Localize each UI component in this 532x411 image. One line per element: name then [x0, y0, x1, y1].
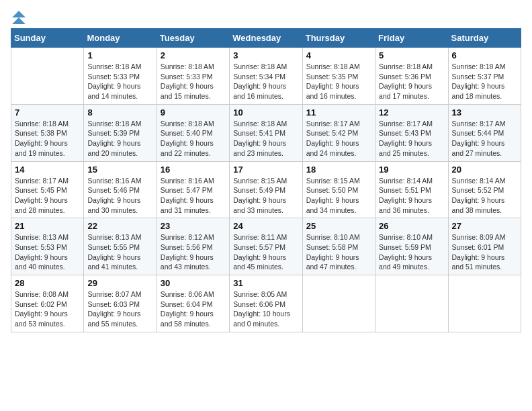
calendar-cell: 22Sunrise: 8:13 AMSunset: 5:55 PMDayligh… [84, 218, 157, 275]
day-number: 6 [452, 50, 517, 60]
day-number: 13 [452, 107, 517, 118]
day-info: Sunrise: 8:10 AMSunset: 5:59 PMDaylight:… [379, 232, 444, 272]
day-number: 8 [87, 107, 152, 118]
day-info: Sunrise: 8:14 AMSunset: 5:52 PMDaylight:… [452, 176, 517, 216]
calendar-cell: 2Sunrise: 8:18 AMSunset: 5:33 PMDaylight… [157, 48, 229, 105]
calendar-cell: 25Sunrise: 8:10 AMSunset: 5:58 PMDayligh… [302, 218, 375, 275]
day-info: Sunrise: 8:07 AMSunset: 6:03 PMDaylight:… [87, 289, 152, 329]
day-info: Sunrise: 8:10 AMSunset: 5:58 PMDaylight:… [306, 232, 371, 272]
day-number: 26 [379, 221, 444, 231]
day-number: 25 [306, 221, 371, 231]
calendar-cell: 30Sunrise: 8:06 AMSunset: 6:04 PMDayligh… [157, 275, 229, 332]
calendar-header-row: SundayMondayTuesdayWednesdayThursdayFrid… [11, 29, 521, 48]
day-info: Sunrise: 8:12 AMSunset: 5:56 PMDaylight:… [161, 232, 226, 272]
calendar-cell: 29Sunrise: 8:07 AMSunset: 6:03 PMDayligh… [84, 275, 157, 332]
day-number: 24 [233, 221, 298, 231]
day-info: Sunrise: 8:18 AMSunset: 5:35 PMDaylight:… [306, 62, 371, 101]
day-info: Sunrise: 8:11 AMSunset: 5:57 PMDaylight:… [233, 232, 298, 272]
day-number: 31 [233, 278, 298, 288]
day-number: 30 [161, 278, 226, 288]
calendar-cell: 19Sunrise: 8:14 AMSunset: 5:51 PMDayligh… [375, 161, 448, 218]
logo-arrow-icon [12, 11, 26, 24]
calendar-cell: 5Sunrise: 8:18 AMSunset: 5:36 PMDaylight… [375, 48, 448, 105]
calendar-cell: 8Sunrise: 8:18 AMSunset: 5:39 PMDaylight… [84, 104, 157, 161]
day-info: Sunrise: 8:18 AMSunset: 5:36 PMDaylight:… [379, 62, 444, 101]
day-info: Sunrise: 8:17 AMSunset: 5:43 PMDaylight:… [379, 119, 444, 158]
day-number: 22 [87, 221, 152, 231]
calendar-cell: 15Sunrise: 8:16 AMSunset: 5:46 PMDayligh… [84, 161, 157, 218]
day-info: Sunrise: 8:18 AMSunset: 5:38 PMDaylight:… [15, 119, 80, 158]
day-number: 19 [379, 165, 444, 175]
day-number: 2 [161, 50, 226, 60]
day-info: Sunrise: 8:18 AMSunset: 5:33 PMDaylight:… [87, 62, 152, 101]
calendar-table: SundayMondayTuesdayWednesdayThursdayFrid… [11, 28, 521, 332]
calendar-cell: 10Sunrise: 8:18 AMSunset: 5:41 PMDayligh… [230, 104, 302, 161]
day-info: Sunrise: 8:18 AMSunset: 5:39 PMDaylight:… [87, 119, 152, 158]
day-number: 20 [452, 165, 517, 175]
calendar-cell: 11Sunrise: 8:17 AMSunset: 5:42 PMDayligh… [302, 104, 375, 161]
calendar-body: 1Sunrise: 8:18 AMSunset: 5:33 PMDaylight… [11, 48, 521, 332]
calendar-cell: 6Sunrise: 8:18 AMSunset: 5:37 PMDaylight… [448, 48, 521, 105]
calendar-header-friday: Friday [375, 29, 448, 48]
day-info: Sunrise: 8:05 AMSunset: 6:06 PMDaylight:… [233, 289, 298, 329]
calendar-cell: 9Sunrise: 8:18 AMSunset: 5:40 PMDaylight… [157, 104, 229, 161]
calendar-week-3: 14Sunrise: 8:17 AMSunset: 5:45 PMDayligh… [11, 161, 521, 218]
day-number: 21 [15, 221, 80, 231]
day-number: 16 [161, 165, 226, 175]
calendar-header-saturday: Saturday [448, 29, 521, 48]
day-info: Sunrise: 8:17 AMSunset: 5:44 PMDaylight:… [452, 119, 517, 158]
calendar-cell: 17Sunrise: 8:15 AMSunset: 5:49 PMDayligh… [230, 161, 302, 218]
logo [11, 11, 27, 21]
calendar-cell: 26Sunrise: 8:10 AMSunset: 5:59 PMDayligh… [375, 218, 448, 275]
svg-marker-1 [12, 17, 26, 24]
calendar-cell: 16Sunrise: 8:16 AMSunset: 5:47 PMDayligh… [157, 161, 229, 218]
calendar-cell: 31Sunrise: 8:05 AMSunset: 6:06 PMDayligh… [230, 275, 302, 332]
day-info: Sunrise: 8:18 AMSunset: 5:34 PMDaylight:… [233, 62, 298, 101]
day-info: Sunrise: 8:16 AMSunset: 5:46 PMDaylight:… [87, 176, 152, 216]
calendar-cell: 13Sunrise: 8:17 AMSunset: 5:44 PMDayligh… [448, 104, 521, 161]
day-number: 14 [15, 165, 80, 175]
day-info: Sunrise: 8:18 AMSunset: 5:40 PMDaylight:… [161, 119, 226, 158]
calendar-cell: 20Sunrise: 8:14 AMSunset: 5:52 PMDayligh… [448, 161, 521, 218]
day-info: Sunrise: 8:18 AMSunset: 5:41 PMDaylight:… [233, 119, 298, 158]
day-info: Sunrise: 8:15 AMSunset: 5:49 PMDaylight:… [233, 176, 298, 216]
day-number: 5 [379, 50, 444, 60]
calendar-week-1: 1Sunrise: 8:18 AMSunset: 5:33 PMDaylight… [11, 48, 521, 105]
day-info: Sunrise: 8:13 AMSunset: 5:53 PMDaylight:… [15, 232, 80, 272]
calendar-week-4: 21Sunrise: 8:13 AMSunset: 5:53 PMDayligh… [11, 218, 521, 275]
day-number: 11 [306, 107, 371, 118]
day-info: Sunrise: 8:17 AMSunset: 5:42 PMDaylight:… [306, 119, 371, 158]
day-info: Sunrise: 8:17 AMSunset: 5:45 PMDaylight:… [15, 176, 80, 216]
day-number: 3 [233, 50, 298, 60]
day-number: 27 [452, 221, 517, 231]
day-info: Sunrise: 8:18 AMSunset: 5:37 PMDaylight:… [452, 62, 517, 101]
day-number: 18 [306, 165, 371, 175]
calendar-cell: 14Sunrise: 8:17 AMSunset: 5:45 PMDayligh… [11, 161, 84, 218]
calendar-cell: 18Sunrise: 8:15 AMSunset: 5:50 PMDayligh… [302, 161, 375, 218]
calendar-header-thursday: Thursday [302, 29, 375, 48]
day-number: 1 [87, 50, 152, 60]
day-info: Sunrise: 8:16 AMSunset: 5:47 PMDaylight:… [161, 176, 226, 216]
calendar-header-monday: Monday [84, 29, 157, 48]
day-info: Sunrise: 8:09 AMSunset: 6:01 PMDaylight:… [452, 232, 517, 272]
calendar-cell [11, 48, 84, 105]
calendar-cell: 12Sunrise: 8:17 AMSunset: 5:43 PMDayligh… [375, 104, 448, 161]
calendar-cell: 27Sunrise: 8:09 AMSunset: 6:01 PMDayligh… [448, 218, 521, 275]
day-number: 15 [87, 165, 152, 175]
calendar-cell: 28Sunrise: 8:08 AMSunset: 6:02 PMDayligh… [11, 275, 84, 332]
calendar-cell: 24Sunrise: 8:11 AMSunset: 5:57 PMDayligh… [230, 218, 302, 275]
day-number: 10 [233, 107, 298, 118]
day-number: 4 [306, 50, 371, 60]
day-number: 23 [161, 221, 226, 231]
calendar-cell [302, 275, 375, 332]
calendar-cell: 23Sunrise: 8:12 AMSunset: 5:56 PMDayligh… [157, 218, 229, 275]
calendar-week-2: 7Sunrise: 8:18 AMSunset: 5:38 PMDaylight… [11, 104, 521, 161]
svg-marker-0 [12, 11, 26, 17]
calendar-cell: 7Sunrise: 8:18 AMSunset: 5:38 PMDaylight… [11, 104, 84, 161]
calendar-cell: 3Sunrise: 8:18 AMSunset: 5:34 PMDaylight… [230, 48, 302, 105]
day-number: 17 [233, 165, 298, 175]
calendar-cell [448, 275, 521, 332]
day-info: Sunrise: 8:13 AMSunset: 5:55 PMDaylight:… [87, 232, 152, 272]
day-info: Sunrise: 8:18 AMSunset: 5:33 PMDaylight:… [161, 62, 226, 101]
day-info: Sunrise: 8:15 AMSunset: 5:50 PMDaylight:… [306, 176, 371, 216]
